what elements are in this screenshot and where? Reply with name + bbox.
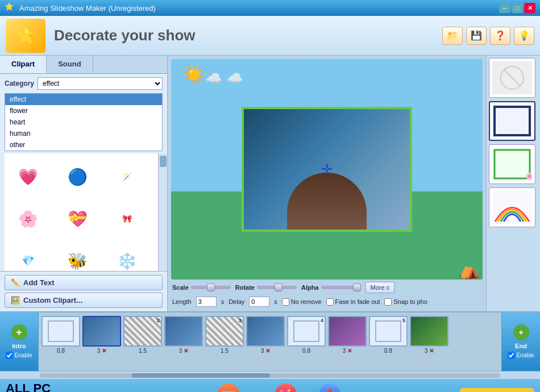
delete-button-2[interactable]: ✕ [102, 348, 106, 354]
no-remove-checkbox[interactable] [282, 298, 289, 306]
clipart-item[interactable]: 🎀 [107, 199, 147, 239]
fade-in-checkbox[interactable] [326, 298, 334, 306]
image-icon: 🖼️ [11, 296, 20, 305]
frame-thumb-green-border[interactable]: 🌸 [489, 144, 535, 184]
clipart-item[interactable]: 💗 [8, 157, 48, 197]
alpha-slider-group: Alpha [301, 284, 361, 291]
no-remove-label: No remove [291, 298, 322, 305]
clipart-item[interactable]: 💎 [8, 241, 48, 271]
timeline-item-6[interactable]: 3 ✕ [246, 316, 285, 368]
snap-checkbox[interactable] [384, 298, 392, 306]
frame-icon [47, 320, 74, 343]
clipart-item[interactable]: 🌸 [8, 199, 48, 239]
timeline-thumb-3: 2 [123, 316, 162, 347]
dropdown-item-heart[interactable]: heart [5, 116, 162, 128]
timeline-scroll[interactable]: 0.8 3 ✕ 2 1.5 [39, 312, 501, 371]
duration-7: 0.8 [302, 348, 310, 354]
delay-label: Delay [229, 298, 244, 305]
scale-track [191, 286, 231, 289]
category-label: Category [5, 80, 34, 87]
page-title: Decorate your show [54, 27, 442, 44]
close-button[interactable]: ✕ [524, 3, 535, 13]
timeline-scrollbar[interactable] [0, 371, 540, 379]
thumb-num-7: 4 [321, 318, 323, 323]
add-text-button[interactable]: ✏️ Add Text [5, 275, 163, 290]
duration-10: 3 [425, 348, 428, 354]
length-input[interactable] [196, 297, 217, 307]
help-icon-button[interactable]: ❓ [490, 27, 510, 45]
timeline-item-5[interactable]: 3 1.5 [205, 316, 244, 368]
timeline-item-7[interactable]: 4 0.8 [286, 316, 326, 368]
timeline-item-9[interactable]: 5 0.8 [368, 316, 408, 368]
app-logo: ⭐ [6, 19, 45, 53]
end-enable-checkbox[interactable] [508, 352, 515, 359]
alpha-thumb[interactable] [353, 283, 361, 291]
scrollbar-thumb[interactable] [132, 373, 270, 378]
frame-rainbow-svg [492, 191, 532, 224]
dropdown-item-flower[interactable]: flower [5, 105, 162, 116]
footer-nav-publish[interactable]: 📤 Publish [318, 383, 342, 393]
delete-button-4[interactable]: ✕ [184, 348, 188, 354]
dropdown-item-other[interactable]: other [5, 139, 162, 151]
intro-enable-group: Enable [6, 352, 32, 359]
clipart-item[interactable]: ❄️ [107, 241, 147, 271]
canvas-photo[interactable]: ✛ [242, 107, 412, 232]
footer-nav-photo[interactable]: 📷 Photo Template [203, 383, 254, 393]
more-button[interactable]: More c [365, 282, 395, 293]
end-label: End [515, 343, 527, 349]
folder-icon-button[interactable]: 📁 [442, 27, 463, 45]
header-toolbar: 📁 💾 ❓ 💡 [442, 27, 534, 45]
rotate-slider-group: Rotate [235, 284, 297, 291]
delay-input[interactable] [249, 297, 269, 307]
scale-slider-group: Scale [172, 284, 231, 291]
delete-button-8[interactable]: ✕ [347, 348, 352, 354]
clipart-scrollbar[interactable] [158, 153, 167, 271]
timeline-item-3[interactable]: 2 1.5 [123, 316, 163, 368]
header: ⭐ Decorate your show 📁 💾 ❓ 💡 [0, 16, 540, 56]
category-select[interactable]: effect flower heart human other [38, 77, 163, 90]
dropdown-item-effect[interactable]: effect [5, 94, 162, 105]
intro-enable-checkbox[interactable] [6, 352, 13, 359]
delete-button-10[interactable]: ✕ [429, 348, 434, 354]
end-button[interactable]: + End Enable [501, 312, 540, 371]
tab-clipart[interactable]: Clipart [0, 56, 47, 73]
intro-plus-icon: + [11, 324, 27, 340]
frame-thumb-none[interactable] [489, 58, 535, 98]
timeline-item-8[interactable]: 3 ✕ [327, 316, 367, 368]
duration-4: 3 [179, 348, 182, 354]
footer-nav-decorate[interactable]: 💖 Decorate [271, 383, 300, 393]
duration-6: 3 [261, 348, 264, 354]
clipart-item[interactable]: 💝 [57, 199, 97, 239]
timeline-item-2[interactable]: 3 ✕ [82, 316, 122, 368]
frame-dark-border-svg [492, 105, 532, 137]
canvas-area: ☀️ ☁️ ☁️ ✛ ⛺ Scale Rotate [168, 56, 486, 311]
timeline-item-10[interactable]: 3 ✕ [409, 316, 449, 368]
thumb-num-9: 5 [402, 318, 405, 323]
save-icon-button[interactable]: 💾 [466, 27, 487, 45]
timeline-info-3: 1.5 [139, 348, 147, 354]
maximize-button[interactable]: □ [512, 3, 523, 13]
category-dropdown: effect flower heart human other [5, 93, 163, 151]
custom-clipart-button[interactable]: 🖼️ Custom Clipart... [5, 293, 163, 308]
tab-sound[interactable]: Sound [47, 56, 93, 73]
frame-thumb-rainbow[interactable] [489, 187, 535, 227]
delete-button-6[interactable]: ✕ [265, 348, 270, 354]
dropdown-item-human[interactable]: human [5, 128, 162, 139]
timeline-item-1[interactable]: 0.8 [41, 316, 81, 368]
info-icon-button[interactable]: 💡 [514, 27, 534, 45]
thumb-content-3: 2 [124, 317, 161, 345]
main-menu-button[interactable]: MainMenu ▶ [460, 388, 534, 393]
clipart-item[interactable]: 🐝 [57, 241, 97, 271]
timeline-info-6: 3 ✕ [261, 348, 271, 354]
frame-thumb-dark-border[interactable] [489, 101, 535, 141]
rotate-thumb[interactable] [275, 283, 283, 291]
clipart-item[interactable]: 🔵 [57, 157, 97, 197]
minimize-button[interactable]: ─ [499, 3, 510, 13]
scale-thumb[interactable] [207, 283, 215, 291]
timeline-item-4[interactable]: 3 ✕ [164, 316, 203, 368]
duration-2: 3 [97, 348, 101, 354]
frame-none-svg [492, 61, 532, 94]
clipart-item[interactable]: 🪄 [107, 157, 147, 197]
add-text-label: Add Text [23, 278, 55, 287]
intro-button[interactable]: + Intro Enable [0, 312, 39, 371]
